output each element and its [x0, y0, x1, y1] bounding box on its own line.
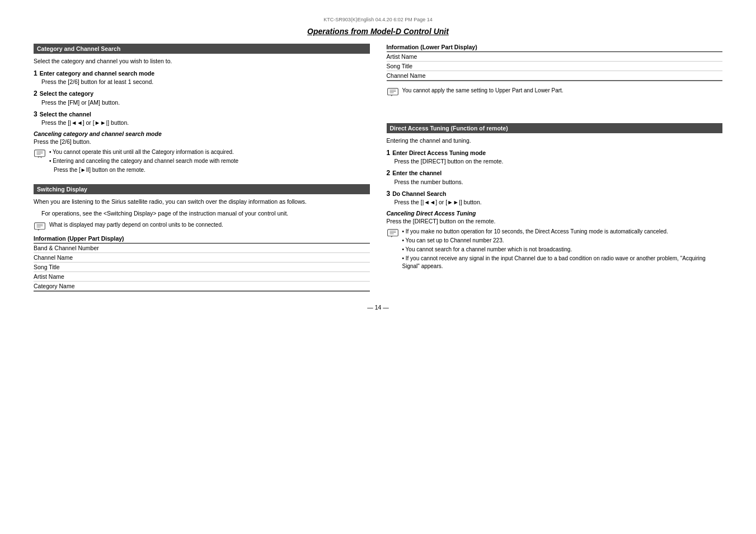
step-2-num: 2	[34, 89, 37, 99]
note-item: You cannot operate this unit until all t…	[49, 148, 370, 156]
da-step-3: 3 Do Channel Search Press the [|◄◄] or […	[387, 189, 723, 207]
lower-display-section: Information (Lower Part Display) Artist …	[387, 44, 723, 81]
switching-display-indent: For operations, see the <Switching Displ…	[41, 209, 370, 218]
step-3-title: Select the channel	[40, 110, 91, 119]
upper-row-2: Channel Name	[34, 253, 370, 263]
switching-note-text: What is displayed may partly depend on c…	[49, 221, 370, 229]
step-2: 2 Select the category Press the [FM] or …	[34, 89, 370, 106]
lower-display-title: Information (Lower Part Display)	[387, 44, 723, 52]
cancel-body: Press the [2/6] button.	[34, 138, 370, 145]
da-note-1: If you make no button operation for 10 s…	[402, 228, 723, 236]
step-2-body: Press the [FM] or [AM] button.	[41, 99, 370, 107]
upper-row-4: Artist Name	[34, 272, 370, 282]
da-cancel-title: Canceling Direct Access Tuning	[387, 210, 723, 217]
switching-display-header: Switching Display	[34, 184, 370, 194]
page-title: Operations from Model-D Control Unit	[34, 27, 722, 36]
category-search-header: Category and Channel Search	[34, 44, 370, 54]
step-3: 3 Select the channel Press the [|◄◄] or …	[34, 110, 370, 127]
upper-row-3: Song Title	[34, 263, 370, 272]
da-step-3-title: Do Channel Search	[392, 190, 446, 198]
da-notes: If you make no button operation for 10 s…	[402, 228, 723, 271]
da-note-3: You cannot search for a channel number w…	[402, 246, 723, 254]
category-search-intro: Select the category and channel you wish…	[34, 57, 370, 65]
note-item: Entering and canceling the category and …	[49, 157, 370, 165]
switching-display-section: Switching Display When you are listening…	[34, 184, 370, 291]
da-step-1-body: Press the [DIRECT] button on the remote.	[395, 157, 723, 166]
upper-display-section: Information (Upper Part Display) Band & …	[34, 235, 370, 292]
note-icon-2	[34, 222, 46, 232]
note-icon-4	[387, 228, 399, 238]
step-1: 1 Enter category and channel search mode…	[34, 69, 370, 86]
da-cancel-body: Press the [DIRECT] button on the remote.	[387, 218, 723, 224]
header-line: KTC-SR903(K)English 04.4.20 6:02 PM Page…	[34, 17, 722, 22]
two-column-layout: Category and Channel Search Select the c…	[34, 44, 722, 297]
step-2-title: Select the category	[40, 90, 93, 98]
da-step-3-num: 3	[387, 189, 391, 199]
lower-note-box: You cannot apply the same setting to Upp…	[387, 87, 723, 97]
section1-note-box: You cannot operate this unit until all t…	[34, 148, 370, 174]
direct-access-header: Direct Access Tuning (Function of remote…	[387, 123, 723, 133]
page-number: — 14 —	[34, 304, 722, 311]
da-step-2: 2 Enter the channel Press the number but…	[387, 168, 723, 186]
da-step-1-title: Enter Direct Access Tuning mode	[392, 149, 486, 157]
da-step-2-body: Press the number buttons.	[395, 178, 723, 186]
da-step-2-title: Enter the channel	[392, 169, 442, 177]
step-1-body: Press the [2/6] button for at least 1 se…	[41, 78, 370, 86]
da-step-1-num: 1	[387, 148, 391, 158]
upper-row-5: Category Name	[34, 282, 370, 292]
step-3-body: Press the [|◄◄] or [►►|] button.	[41, 119, 370, 127]
section1-notes: You cannot operate this unit until all t…	[49, 148, 370, 174]
left-column: Category and Channel Search Select the c…	[34, 44, 370, 297]
da-note-2: You can set up to Channel number 223.	[402, 237, 723, 245]
da-step-2-num: 2	[387, 168, 391, 178]
cancel-subsection-title: Canceling category and channel search mo…	[34, 130, 370, 137]
step-1-num: 1	[34, 69, 37, 78]
note-sub: Press the [►II] button on the remote.	[54, 166, 370, 174]
note-icon-1	[34, 149, 46, 159]
da-step-1: 1 Enter Direct Access Tuning mode Press …	[387, 148, 723, 166]
lower-row-2: Song Title	[387, 62, 723, 71]
lower-row-1: Artist Name	[387, 52, 723, 62]
switching-note-box: What is displayed may partly depend on c…	[34, 221, 370, 232]
da-note-box: If you make no button operation for 10 s…	[387, 228, 723, 271]
note-icon-3	[387, 87, 399, 97]
right-column: Information (Lower Part Display) Artist …	[387, 44, 723, 297]
step-1-title: Enter category and channel search mode	[40, 69, 154, 78]
direct-access-intro: Entering the channel and tuning.	[387, 137, 723, 145]
step-3-num: 3	[34, 110, 37, 119]
lower-note-text: You cannot apply the same setting to Upp…	[402, 87, 564, 93]
switching-note-content: What is displayed may partly depend on c…	[49, 222, 223, 228]
lower-row-3: Channel Name	[387, 71, 723, 81]
da-step-3-body: Press the [|◄◄] or [►►|] button.	[395, 198, 723, 207]
lower-note-content: You cannot apply the same setting to Upp…	[402, 87, 723, 95]
switching-display-intro: When you are listening to the Sirius sat…	[34, 198, 370, 206]
upper-row-1: Band & Channel Number	[34, 243, 370, 253]
upper-display-title: Information (Upper Part Display)	[34, 235, 370, 243]
da-note-4: If you cannot receive any signal in the …	[402, 255, 723, 270]
